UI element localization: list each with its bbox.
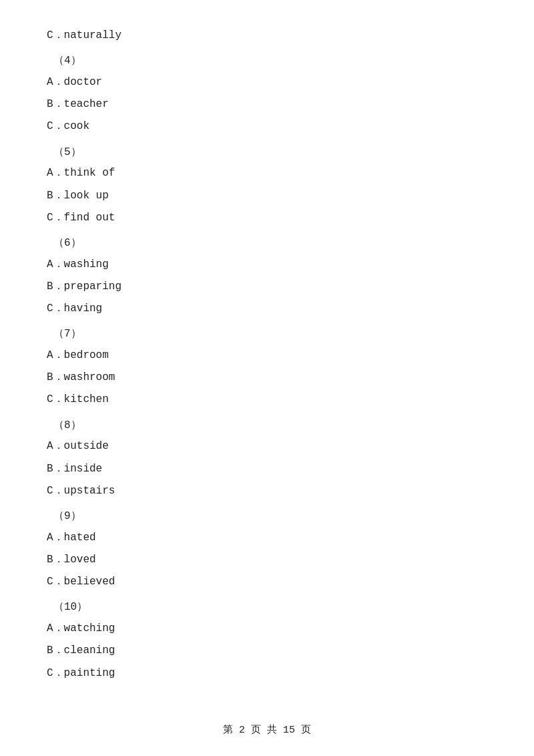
option-item: B．cleaning xyxy=(47,642,487,660)
question-number: （5） xyxy=(47,143,487,162)
option-item: B．washroom xyxy=(47,369,487,387)
option-item: C．kitchen xyxy=(47,391,487,409)
page-footer: 第 2 页 共 15 页 xyxy=(0,723,534,736)
question-number: （8） xyxy=(47,416,487,435)
question-number: （4） xyxy=(47,51,487,71)
option-item: A．think of xyxy=(47,164,487,182)
option-item: B．preparing xyxy=(47,278,487,296)
question-number: （6） xyxy=(47,234,487,253)
option-item: C．find out xyxy=(47,209,487,227)
option-item: C．painting xyxy=(47,665,487,683)
option-item: A．doctor xyxy=(47,73,487,91)
question-number: （10） xyxy=(47,598,487,617)
option-item: A．outside xyxy=(47,437,487,455)
option-item: A．watching xyxy=(47,620,487,638)
question-number: （9） xyxy=(47,507,487,526)
option-item: A．bedroom xyxy=(47,347,487,365)
option-item: C．naturally xyxy=(47,27,487,45)
option-item: A．hated xyxy=(47,529,487,547)
option-item: B．inside xyxy=(47,460,487,478)
option-item: C．cook xyxy=(47,118,487,136)
option-item: B．teacher xyxy=(47,96,487,114)
main-content: C．naturally（4）A．doctorB．teacherC．cook（5）… xyxy=(0,0,534,727)
option-item: C．upstairs xyxy=(47,482,487,500)
option-item: B．look up xyxy=(47,187,487,205)
option-item: C．having xyxy=(47,300,487,318)
option-item: A．washing xyxy=(47,256,487,274)
footer-text: 第 2 页 共 15 页 xyxy=(223,725,311,736)
question-number: （7） xyxy=(47,325,487,344)
option-item: B．loved xyxy=(47,551,487,569)
option-item: C．believed xyxy=(47,573,487,591)
